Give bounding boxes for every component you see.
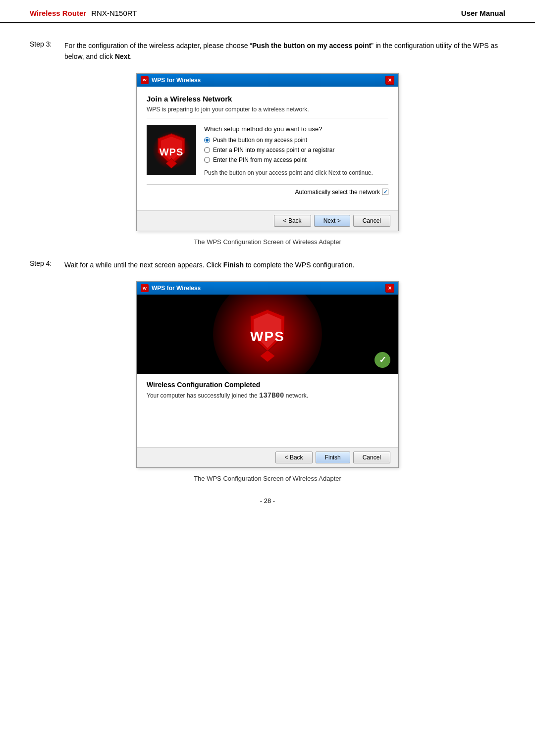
wps-option-3-label: Enter the PIN from my access point — [213, 156, 307, 163]
wps-title-icon-2: W — [141, 284, 149, 292]
wps-subtitle: WPS is preparing to join your computer t… — [147, 106, 388, 118]
wps-close-button-2[interactable]: × — [385, 284, 394, 293]
wps-banner-logo: WPS — [238, 304, 297, 364]
caption-1: The WPS Configuration Screen of Wireless… — [30, 238, 505, 246]
step4-label: Step 4: — [30, 259, 64, 267]
wps-radio-item-3[interactable]: Enter the PIN from my access point — [204, 156, 388, 163]
wps-join-title: Join a Wireless Network — [147, 95, 388, 103]
svg-text:WPS: WPS — [250, 329, 285, 344]
wps-logo-svg: WPS — [149, 128, 194, 172]
step3-text-before: For the configuration of the wireless ad… — [64, 42, 252, 50]
header-left: Wireless Router RNX-N150RT — [30, 9, 137, 17]
model-label: RNX-N150RT — [89, 9, 137, 17]
checkbox-checked: ✓ — [382, 189, 388, 195]
step4-bold1: Finish — [223, 261, 244, 269]
wps-back-button-1[interactable]: < Back — [274, 215, 311, 227]
wps-cancel-button-1[interactable]: Cancel — [353, 215, 390, 227]
wps-radio-item-1[interactable]: Push the button on my access point — [204, 137, 388, 144]
wps-window-1: W WPS for Wireless × Join a Wireless Net… — [136, 73, 399, 231]
wps-finish-button[interactable]: Finish — [316, 452, 350, 463]
svg-text:WPS: WPS — [160, 147, 184, 157]
wps-window2-title: WPS for Wireless — [152, 285, 201, 292]
step4-text: Wait for a while until the next screen a… — [64, 259, 505, 270]
step3-block: Step 3: For the configuration of the wir… — [30, 40, 505, 62]
wireless-router-label: Wireless Router — [30, 9, 86, 17]
wps-footer-2: < Back Finish Cancel — [137, 447, 398, 467]
svg-marker-9 — [260, 350, 275, 362]
network-name: 137B00 — [259, 392, 284, 400]
radio-circle-3 — [204, 157, 210, 163]
step4-text1: Wait for a while until the next screen a… — [64, 261, 223, 269]
step3-text: For the configuration of the wireless ad… — [64, 40, 505, 62]
step3-bold2: Next — [115, 52, 130, 60]
wps-titlebar-left: W WPS for Wireless — [141, 76, 201, 84]
wps-completed-title: Wireless Configuration Completed — [147, 381, 388, 389]
radio-circle-2 — [204, 147, 210, 153]
auto-select-label: Automatically select the network — [295, 189, 380, 196]
step4-block: Step 4: Wait for a while until the next … — [30, 259, 505, 270]
step4-text2: to complete the WPS configuration. — [244, 261, 354, 269]
wps-titlebar-left-2: W WPS for Wireless — [141, 284, 201, 292]
wps-option-2-label: Enter a PIN into my access point or a re… — [213, 147, 334, 153]
wps-window-2: W WPS for Wireless × WPS ✓ — [136, 281, 399, 468]
wps-radio-group: Push the button on my access point Enter… — [204, 137, 388, 163]
user-manual-label: User Manual — [461, 9, 505, 17]
wps-completed-text: Your computer has successfully joined th… — [147, 392, 388, 400]
wps-close-button-1[interactable]: × — [385, 76, 394, 85]
wps-cancel-button-2[interactable]: Cancel — [353, 452, 390, 463]
wps-window1-title: WPS for Wireless — [152, 77, 201, 84]
wps-logo-box: WPS — [147, 125, 196, 175]
step3-text-after: . — [130, 52, 132, 60]
wps-option-1-label: Push the button on my access point — [213, 137, 307, 144]
page-header: Wireless Router RNX-N150RT User Manual — [0, 0, 535, 23]
completed-text-after: network. — [284, 392, 308, 399]
wps-back-button-2[interactable]: < Back — [275, 452, 313, 463]
wps-next-button-1[interactable]: Next > — [314, 215, 350, 227]
wps-titlebar-2: W WPS for Wireless × — [137, 282, 398, 295]
completed-text-before: Your computer has successfully joined th… — [147, 392, 259, 399]
wps-title-icon: W — [141, 76, 149, 84]
caption-2: The WPS Configuration Screen of Wireless… — [30, 475, 505, 482]
wps-body-2: Wireless Configuration Completed Your co… — [137, 374, 398, 447]
wps-auto-select: Automatically select the network ✓ — [147, 184, 388, 200]
radio-circle-1 — [204, 137, 210, 143]
step3-bold1: Push the button on my access point — [252, 42, 371, 50]
wps-radio-item-2[interactable]: Enter a PIN into my access point or a re… — [204, 147, 388, 153]
wps-body-1: Join a Wireless Network WPS is preparing… — [137, 87, 398, 210]
wps-main-content-1: WPS Which setup method do you want to us… — [147, 125, 388, 176]
main-content: Step 3: For the configuration of the wir… — [0, 35, 535, 529]
page-number: - 28 - — [30, 497, 505, 514]
wps-options: Which setup method do you want to use? P… — [204, 125, 388, 176]
wps-titlebar-1: W WPS for Wireless × — [137, 74, 398, 87]
step3-label: Step 3: — [30, 40, 64, 48]
wps-footer-1: < Back Next > Cancel — [137, 210, 398, 231]
auto-select-checkbox[interactable]: Automatically select the network ✓ — [295, 189, 388, 196]
wps-checkmark-badge: ✓ — [374, 352, 390, 368]
wps-hint-text: Push the button on your access point and… — [204, 169, 388, 176]
wps-banner: WPS ✓ — [137, 295, 398, 374]
wps-question: Which setup method do you want to use? — [204, 125, 388, 133]
wps-banner-svg: WPS — [238, 304, 297, 364]
